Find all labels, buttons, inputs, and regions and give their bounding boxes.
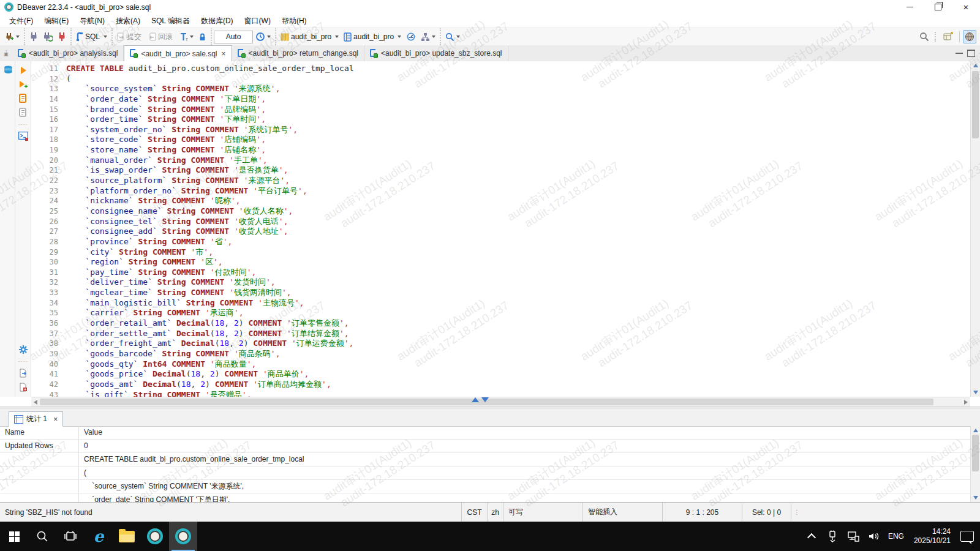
execute-new-tab-button[interactable]: [18, 79, 28, 89]
save-report-button[interactable]: [18, 382, 28, 392]
statistics-grid[interactable]: NameValueUpdated Rows0CREATE TABLE audit…: [0, 426, 970, 502]
quick-search-button[interactable]: [918, 31, 931, 43]
writable-indicator[interactable]: 可写: [503, 503, 582, 522]
timezone-indicator[interactable]: CST: [461, 503, 487, 522]
open-perspective-button[interactable]: [941, 31, 956, 43]
start-button[interactable]: [0, 522, 28, 551]
action-center-button[interactable]: [958, 531, 976, 542]
dbeaver-window-1-button[interactable]: [141, 522, 169, 551]
task-view-button[interactable]: [56, 522, 85, 551]
language-indicator[interactable]: zh: [487, 503, 503, 522]
new-connection-button[interactable]: [2, 31, 21, 43]
database-navigator-icon[interactable]: [2, 64, 13, 75]
plug-refresh-icon: [43, 32, 53, 42]
volume-tray-button[interactable]: [865, 531, 883, 542]
close-button[interactable]: ×: [952, 0, 980, 14]
transaction-log-button[interactable]: [254, 31, 273, 43]
menu-item-edit[interactable]: 编辑(E): [39, 15, 74, 28]
connect-button[interactable]: [28, 31, 40, 43]
active-perspective-button[interactable]: [963, 30, 976, 43]
scrollbar-thumb[interactable]: [972, 71, 979, 138]
grid-header-row: NameValue: [0, 426, 970, 440]
open-console-button[interactable]: [18, 131, 28, 141]
execute-script-button[interactable]: [18, 93, 28, 103]
disconnect-button[interactable]: [56, 31, 68, 43]
rollback-button[interactable]: 回滚: [146, 31, 176, 43]
minimize-button[interactable]: [895, 0, 924, 14]
editor-vertical-scrollbar[interactable]: [970, 61, 980, 397]
editor-tab-3[interactable]: <audit_bi_pro> update_sbz_store.sql: [364, 45, 508, 61]
schema-value: audit_bi_pro: [353, 32, 394, 41]
selection-indicator[interactable]: Sel: 0 | 0: [742, 503, 791, 522]
dbeaver-window-2-button[interactable]: [169, 522, 197, 551]
code-token: ,: [251, 359, 256, 370]
menu-item-sql-editor[interactable]: SQL 编辑器: [146, 15, 195, 28]
close-icon[interactable]: ×: [51, 415, 58, 424]
editor-tab-1[interactable]: <audit_bi_pro> sale.sql×: [124, 45, 232, 62]
panel-sash-controls[interactable]: [472, 397, 489, 402]
table-row[interactable]: `source_system` String COMMENT '来源系统',: [0, 480, 970, 493]
reconnect-button[interactable]: [41, 31, 55, 43]
tab-bar-handle[interactable]: ⁞▣: [0, 45, 12, 61]
scroll-up-icon: [973, 64, 978, 67]
close-icon[interactable]: ×: [222, 50, 226, 58]
editor-settings-button[interactable]: [18, 344, 28, 354]
editor-horizontal-scrollbar[interactable]: [31, 397, 970, 407]
minimize-view-icon[interactable]: [956, 53, 963, 54]
editor-tab-0[interactable]: <audit_bi_pro> analysis.sql: [12, 45, 124, 61]
insert-mode-indicator[interactable]: 智能插入: [582, 503, 662, 522]
analyze-report-button[interactable]: [18, 396, 28, 397]
execution-plan-button[interactable]: [419, 31, 437, 43]
menu-item-database[interactable]: 数据库(D): [195, 15, 239, 28]
sql-search-button[interactable]: [443, 31, 462, 43]
results-vertical-scrollbar[interactable]: [970, 426, 980, 502]
usb-tray-button[interactable]: [823, 530, 842, 542]
export-result-button[interactable]: [18, 368, 28, 378]
dashboard-button[interactable]: [404, 31, 418, 43]
network-tray-button[interactable]: [844, 531, 862, 542]
table-row[interactable]: (: [0, 467, 970, 480]
sql-editor-button[interactable]: SQL: [74, 31, 109, 43]
line-number: 36: [31, 318, 66, 329]
code-token: [124, 64, 129, 74]
menu-item-window[interactable]: 窗口(W): [239, 15, 276, 28]
menu-item-help[interactable]: 帮助(H): [276, 15, 312, 28]
code-area[interactable]: 11CREATE TABLE audit_bi_pro.custom_onlin…: [31, 61, 970, 397]
code-token: `consignee_tel`: [85, 217, 157, 227]
code-token: ': [300, 369, 304, 380]
table-row[interactable]: Updated Rows0: [0, 440, 970, 453]
caret-position-indicator[interactable]: 9 : 1 : 205: [662, 503, 742, 522]
menu-item-navigate[interactable]: 导航(N): [74, 15, 110, 28]
tray-expand-button[interactable]: [802, 533, 821, 541]
commit-button[interactable]: 提交: [115, 31, 145, 43]
internet-explorer-button[interactable]: e: [85, 522, 113, 551]
scrollbar-thumb[interactable]: [972, 435, 979, 471]
sql-editor[interactable]: ···· ···· 11CREATE TABLE audit_bi_pro.cu…: [0, 61, 980, 397]
transaction-mode-button[interactable]: [178, 31, 195, 43]
code-token: ': [200, 257, 205, 268]
database-selector[interactable]: audit_bi_pro: [279, 31, 341, 43]
taskbar-clock[interactable]: 14:24 2025/10/21: [909, 527, 956, 545]
schema-selector[interactable]: audit_bi_pro: [342, 31, 403, 43]
column-header-value[interactable]: Value: [79, 426, 970, 439]
menu-item-file[interactable]: 文件(F): [4, 15, 39, 28]
input-language-indicator[interactable]: ENG: [886, 532, 907, 541]
maximize-button[interactable]: [924, 0, 952, 14]
table-row[interactable]: `order_date` String COMMENT '下单日期',: [0, 493, 970, 502]
menu-item-search[interactable]: 搜索(A): [110, 15, 146, 28]
code-token: ): [215, 369, 220, 380]
statistics-tab[interactable]: 统计 1 ×: [9, 411, 63, 427]
lock-button[interactable]: [197, 31, 208, 43]
execute-statement-button[interactable]: [18, 65, 28, 75]
maximize-view-icon[interactable]: [967, 50, 975, 57]
file-explorer-button[interactable]: [113, 522, 141, 551]
autocommit-selector[interactable]: Auto: [214, 31, 253, 43]
windows-taskbar: e ENG 14:24 2025/10/21: [0, 522, 980, 551]
results-panel: 统计 1 × NameValueUpdated Rows0CREATE TABL…: [0, 409, 980, 502]
table-row[interactable]: CREATE TABLE audit_bi_pro.custom_online_…: [0, 453, 970, 467]
code-token: [129, 390, 134, 397]
editor-tab-2[interactable]: <audit_bi_pro> return_change.sql: [232, 45, 364, 61]
taskbar-search-button[interactable]: [28, 522, 56, 551]
column-header-name[interactable]: Name: [0, 426, 79, 439]
explain-plan-button[interactable]: [18, 107, 28, 118]
